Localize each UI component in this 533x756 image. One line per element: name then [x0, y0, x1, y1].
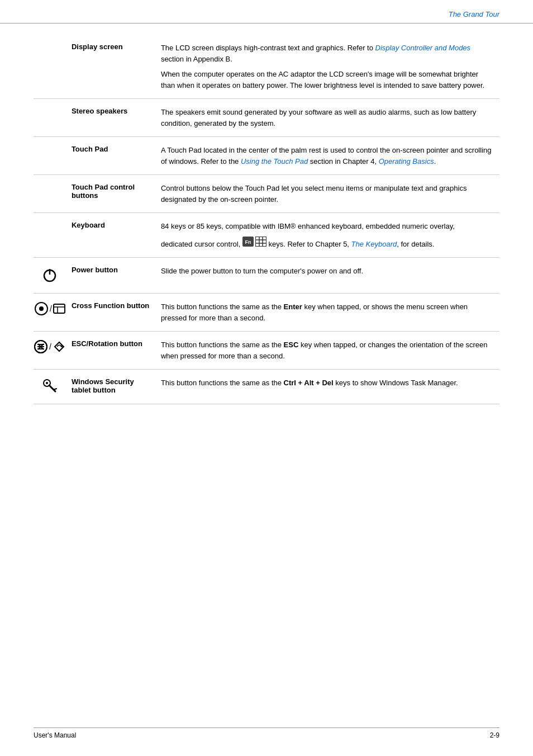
- term-cell: Keyboard: [72, 213, 161, 258]
- desc-paragraph: The LCD screen displays high-contrast te…: [161, 42, 494, 64]
- inline-link2[interactable]: Operating Basics: [379, 157, 434, 166]
- table-row: Touch PadA Touch Pad located in the cent…: [34, 137, 499, 175]
- bold-text: Enter: [284, 303, 302, 311]
- grid-key-icon: [255, 237, 266, 247]
- desc-paragraph: The speakers emit sound generated by you…: [161, 107, 494, 129]
- svg-rect-11: [54, 304, 65, 313]
- term-cell: Windows Security tablet button: [72, 370, 161, 404]
- svg-text:Fn: Fn: [245, 239, 251, 245]
- table-row: Power buttonSlide the power button to tu…: [34, 258, 499, 294]
- desc-cell: This button functions the same as the En…: [161, 294, 499, 332]
- bold-text: Ctrl + Alt + Del: [284, 379, 334, 387]
- term-cell: Stereo speakers: [72, 99, 161, 137]
- desc-paragraph: When the computer operates on the AC ada…: [161, 69, 494, 91]
- desc-cell: A Touch Pad located in the center of the…: [161, 137, 499, 175]
- desc-paragraph: This button functions the same as the Ct…: [161, 377, 494, 389]
- term-cell: Cross Function button: [72, 294, 161, 332]
- keyboard-icons: Fn: [242, 237, 266, 247]
- icon-cell: /: [34, 332, 72, 370]
- desc-paragraph: dedicated cursor control, Fn keys. Refer…: [161, 237, 494, 250]
- desc-cell: Control buttons below the Touch Pad let …: [161, 175, 499, 213]
- cross-function-icon: /: [34, 301, 65, 316]
- page-header: The Grand Tour: [0, 0, 533, 23]
- icon-cell: [34, 258, 72, 294]
- desc-cell: 84 keys or 85 keys, compatible with IBM®…: [161, 213, 499, 258]
- desc-cell: This button functions the same as the Ct…: [161, 370, 499, 404]
- table-row: Touch Pad control buttonsControl buttons…: [34, 175, 499, 213]
- windows-security-icon: [41, 377, 58, 394]
- esc-rotation-icon: /: [34, 339, 66, 354]
- svg-rect-2: [255, 237, 266, 247]
- inline-link[interactable]: Using the Touch Pad: [241, 157, 308, 166]
- desc-paragraph: 84 keys or 85 keys, compatible with IBM®…: [161, 221, 494, 232]
- main-content: Display screenThe LCD screen displays hi…: [0, 23, 533, 427]
- svg-point-22: [46, 382, 48, 384]
- power-icon: [41, 266, 59, 284]
- desc-paragraph: Slide the power button to turn the compu…: [161, 266, 494, 277]
- desc-cell: The LCD screen displays high-contrast te…: [161, 35, 499, 99]
- table-row: Windows Security tablet buttonThis butto…: [34, 370, 499, 404]
- svg-line-23: [49, 385, 55, 391]
- desc-cell: This button functions the same as the ES…: [161, 332, 499, 370]
- table-row: Stereo speakersThe speakers emit sound g…: [34, 99, 499, 137]
- footer-left: User's Manual: [34, 731, 76, 739]
- page-footer: User's Manual 2-9: [34, 727, 499, 739]
- table-row: / ESC/Rotation buttonThis button functio…: [34, 332, 499, 370]
- icon-cell: [34, 137, 72, 175]
- header-title: The Grand Tour: [449, 10, 499, 18]
- desc-paragraph: This button functions the same as the ES…: [161, 339, 494, 361]
- icon-cell: [34, 175, 72, 213]
- table-row: Display screenThe LCD screen displays hi…: [34, 35, 499, 99]
- keyboard-link[interactable]: The Keyboard: [351, 240, 397, 248]
- footer-right: 2-9: [490, 731, 499, 739]
- table-row: / Cross Function buttonThis button funct…: [34, 294, 499, 332]
- content-table: Display screenThe LCD screen displays hi…: [34, 35, 499, 404]
- desc-paragraph: This button functions the same as the En…: [161, 301, 494, 323]
- desc-cell: Slide the power button to turn the compu…: [161, 258, 499, 294]
- bold-text: ESC: [284, 341, 299, 349]
- inline-link[interactable]: Display Controller and Modes: [375, 44, 471, 52]
- fn-key-icon: Fn: [242, 237, 254, 247]
- table-row: Keyboard84 keys or 85 keys, compatible w…: [34, 213, 499, 258]
- icon-cell: [34, 213, 72, 258]
- icon-cell: /: [34, 294, 72, 332]
- icon-cell: [34, 35, 72, 99]
- term-cell: Touch Pad control buttons: [72, 175, 161, 213]
- term-cell: Display screen: [72, 35, 161, 99]
- desc-paragraph: Control buttons below the Touch Pad let …: [161, 183, 494, 205]
- term-cell: Touch Pad: [72, 137, 161, 175]
- term-cell: Power button: [72, 258, 161, 294]
- svg-line-24: [54, 389, 56, 390]
- icon-cell: [34, 99, 72, 137]
- desc-paragraph: A Touch Pad located in the center of the…: [161, 145, 494, 167]
- icon-cell: [34, 370, 72, 404]
- desc-cell: The speakers emit sound generated by you…: [161, 99, 499, 137]
- svg-point-10: [39, 306, 44, 311]
- term-cell: ESC/Rotation button: [72, 332, 161, 370]
